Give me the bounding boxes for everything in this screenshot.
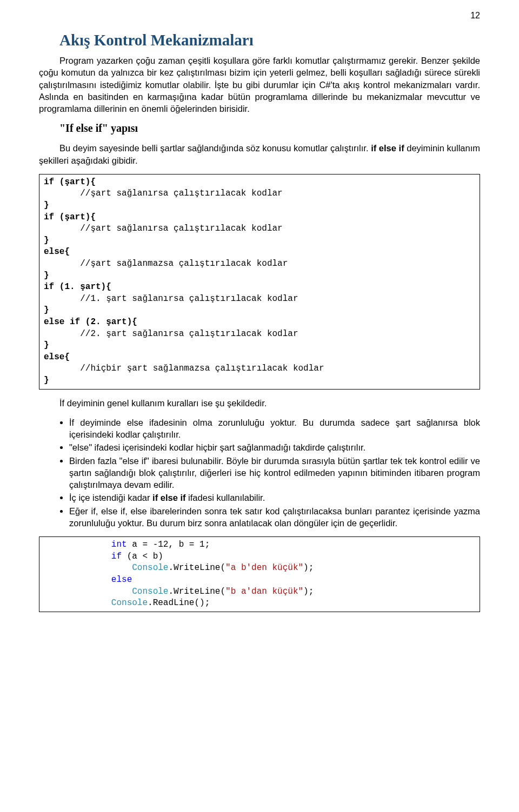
list-item: İf deyiminde else ifadesinin olma zorunl… (69, 417, 480, 441)
code-line: if (şart){ (44, 177, 96, 187)
code-line: else if (2. şart){ (44, 317, 137, 327)
code-line: Console.WriteLine("a b'den küçük"); (44, 563, 314, 573)
code-bold: } (44, 200, 49, 210)
code-line: } (44, 340, 49, 350)
code-line: if (a < b) (44, 552, 163, 561)
code-text: a = -12, b = 1; (127, 540, 210, 549)
code-bold: } (44, 236, 49, 245)
list-item-text-c: ifadesi kullanılabilir. (186, 493, 265, 502)
code-bold: else{ (44, 247, 70, 257)
list-item-bold: if else if (152, 493, 185, 502)
list-item-text-a: İç içe istendiği kadar (69, 493, 152, 502)
code-indent (44, 575, 111, 585)
code-line: Console.ReadLine(); (44, 598, 210, 608)
code-indent (44, 587, 132, 596)
code-text: .WriteLine( (168, 563, 225, 573)
code-text: ); (303, 587, 314, 596)
code-bold: else{ (44, 352, 70, 362)
code-indent (44, 598, 111, 608)
code-line: //şart sağlanırsa çalıştırılacak kodlar (44, 189, 283, 198)
list-item: Eğer if, else if, else ibarelerinden son… (69, 505, 480, 529)
code-class: Console (111, 598, 148, 608)
code-bold: if (şart){ (44, 212, 96, 222)
code-line: else{ (44, 247, 70, 257)
code-line: } (44, 200, 49, 210)
code-line: int a = -12, b = 1; (44, 540, 210, 549)
code-block-2: int a = -12, b = 1; if (a < b) Console.W… (39, 536, 480, 612)
page: 12 Akış Kontrol Mekanizmaları Program ya… (0, 0, 519, 812)
code-line: //1. şart sağlanırsa çalıştırılacak kodl… (44, 294, 298, 304)
code-line: } (44, 375, 49, 385)
code-bold: else if (2. şart){ (44, 317, 137, 327)
code-class: Console (132, 563, 168, 573)
intro-paragraph: Program yazarken çoğu zaman çeşitli koşu… (39, 55, 480, 115)
code-bold: } (44, 340, 49, 350)
code-indent (44, 540, 111, 549)
code-bold: if (1. şart){ (44, 282, 111, 292)
code-line: //şart sağlanırsa çalıştırılacak kodlar (44, 224, 283, 233)
code-indent (44, 563, 132, 573)
code-keyword: else (111, 575, 132, 585)
page-title: Akış Kontrol Mekanizmaları (59, 31, 480, 49)
list-item: Birden fazla "else if" ibaresi bulunabil… (69, 455, 480, 491)
code-bold: } (44, 271, 49, 280)
code-line: //2. şart sağlanırsa çalıştırılacak kodl… (44, 329, 298, 339)
code-line: if (şart){ (44, 212, 96, 222)
code-text: ); (303, 563, 314, 573)
code-keyword: int (111, 540, 127, 549)
code-keyword: if (111, 552, 122, 561)
code-line: if (1. şart){ (44, 282, 111, 292)
code-text: .ReadLine(); (148, 598, 210, 608)
list-item: "else" ifadesi içerisindeki kodlar hiçbi… (69, 441, 480, 453)
subpara-text-a: Bu deyim sayesinde belli şartlar sağland… (59, 143, 371, 153)
code-line: else (44, 575, 132, 585)
code-line: //hiçbir şart sağlanmazsa çalıştırılacak… (44, 364, 324, 373)
subtitle-paragraph: Bu deyim sayesinde belli şartlar sağland… (39, 142, 480, 166)
code-line: else{ (44, 352, 70, 362)
code-text: .WriteLine( (168, 587, 225, 596)
page-number: 12 (470, 11, 480, 21)
code-indent (44, 552, 111, 561)
section-subtitle: "If else if" yapısı (59, 122, 480, 135)
code-bold: } (44, 305, 49, 315)
code-bold: if (şart){ (44, 177, 96, 187)
code-line: } (44, 271, 49, 280)
code-bold: } (44, 375, 49, 385)
code-class: Console (132, 587, 168, 596)
rules-heading: İf deyiminin genel kullanım kuralları is… (39, 397, 480, 409)
code-line: } (44, 305, 49, 315)
code-string: "a b'den küçük" (225, 563, 303, 573)
code-line: //şart sağlanmazsa çalıştırılacak kodlar (44, 259, 288, 269)
list-item: İç içe istendiği kadar if else if ifades… (69, 492, 480, 504)
code-string: "b a'dan küçük" (225, 587, 303, 596)
code-line: } (44, 236, 49, 245)
subpara-bold: if else if (371, 143, 404, 153)
code-block-1: if (şart){ //şart sağlanırsa çalıştırıla… (39, 174, 480, 390)
code-text: (a < b) (122, 552, 163, 561)
rules-list: İf deyiminde else ifadesinin olma zorunl… (39, 417, 480, 529)
code-line: Console.WriteLine("b a'dan küçük"); (44, 587, 314, 596)
